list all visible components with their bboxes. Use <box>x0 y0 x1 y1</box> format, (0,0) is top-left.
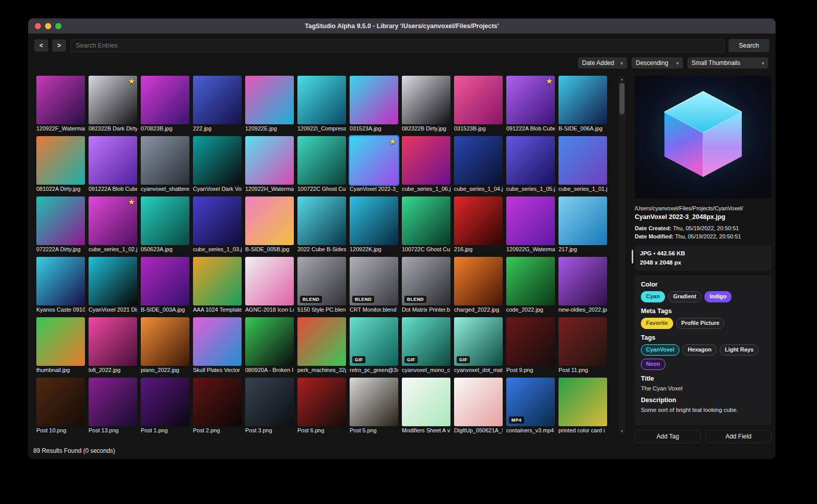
tag-pill[interactable]: CyanVoxel <box>641 344 679 356</box>
tag-pill[interactable]: Neon <box>641 359 665 370</box>
grid-item[interactable]: CyanVoxel Dark Vox <box>193 136 242 193</box>
grid-item[interactable]: BLENDDot Matrix Printer.b <box>402 257 450 314</box>
thumbnail[interactable]: ★ <box>506 76 555 124</box>
thumbnail[interactable] <box>506 317 555 366</box>
grid-item[interactable]: ★082322B Dark Dirty <box>89 76 137 133</box>
grid-item[interactable]: 222.jpg <box>193 76 242 133</box>
grid-item[interactable]: cube_series_1_04.j <box>454 136 503 193</box>
grid-item[interactable]: GIFretro_pc_green@3x <box>350 317 398 374</box>
thumbnail[interactable]: MP4 <box>506 378 555 426</box>
thumbnail[interactable] <box>193 136 242 185</box>
thumbnail[interactable]: BLEND <box>297 257 346 305</box>
grid-item[interactable]: 217.jpg <box>558 196 607 253</box>
thumbnail[interactable]: GIF <box>454 317 503 366</box>
preview-image[interactable] <box>635 76 771 199</box>
scroll-down-icon[interactable]: ▼ <box>620 428 624 434</box>
grid-item[interactable]: cube_series_1_01.j <box>558 136 607 193</box>
grid-item[interactable]: ★cube_series_1_02.j <box>89 196 137 253</box>
thumbnail[interactable] <box>402 378 450 426</box>
scrollbar-thumb[interactable] <box>619 83 625 115</box>
thumbnail[interactable] <box>402 136 450 185</box>
grid-item[interactable]: 072222A Dirty.jpg <box>36 196 85 253</box>
forward-button[interactable]: > <box>52 39 66 52</box>
thumbnail[interactable] <box>454 257 503 305</box>
grid-item[interactable]: 120922K.jpg <box>350 196 398 253</box>
zoom-button[interactable] <box>55 23 61 29</box>
thumbnail[interactable] <box>141 378 189 426</box>
tag-pill[interactable]: Profile Picture <box>676 318 725 329</box>
grid-item[interactable]: Post 6.png <box>297 378 346 434</box>
grid-item[interactable]: Post 2.png <box>193 378 242 434</box>
grid-item[interactable]: 120922G_Watermar <box>506 196 555 253</box>
thumbnail[interactable] <box>36 317 85 366</box>
grid-item[interactable]: lofi_2022.jpg <box>89 317 137 374</box>
thumbnail[interactable] <box>350 378 398 426</box>
grid-item[interactable]: 2022 Cube B-Sides <box>297 196 346 253</box>
grid-item[interactable]: DigItUp_050621A_S <box>454 378 503 434</box>
tag-pill[interactable]: Indigo <box>704 291 732 302</box>
add-field-button[interactable]: Add Field <box>705 430 771 443</box>
grid-item[interactable]: B-SIDE_006A.jpg <box>558 76 607 133</box>
thumbnail[interactable] <box>454 196 503 245</box>
grid-item[interactable]: AAA 1024 Template <box>193 257 242 314</box>
thumbnail[interactable]: BLEND <box>402 257 450 305</box>
thumbnail[interactable] <box>36 196 85 245</box>
grid-item[interactable]: Skull Plates Vector <box>193 317 242 374</box>
grid-item[interactable]: 080920A - Broken I <box>245 317 294 374</box>
thumbnail[interactable] <box>245 76 294 124</box>
thumbnail[interactable] <box>141 257 189 305</box>
sort-field-dropdown[interactable]: Date Added ▾ <box>578 57 627 69</box>
thumbnail[interactable] <box>141 196 189 245</box>
thumbnail[interactable] <box>36 378 85 426</box>
thumbnail[interactable] <box>193 257 242 305</box>
panel-resize-handle[interactable]: ······ <box>635 199 771 205</box>
thumbnail[interactable] <box>506 196 555 245</box>
thumbnail[interactable] <box>245 136 294 185</box>
grid-item[interactable]: B-SIDE_005B.jpg <box>245 196 294 253</box>
grid-item[interactable]: BLEND5150 Style PC.blend <box>297 257 346 314</box>
grid-item[interactable]: 031523A.jpg <box>350 76 398 133</box>
grid-item[interactable]: Post 13.png <box>89 378 137 434</box>
thumbnail[interactable] <box>89 136 137 185</box>
grid-item[interactable]: GIFcyanvoxel_dot_mat <box>454 317 503 374</box>
tag-pill[interactable]: Gradient <box>668 291 701 302</box>
grid-item[interactable]: thumbnail.jpg <box>36 317 85 374</box>
grid-item[interactable]: 091222A Blob Cube <box>89 136 137 193</box>
thumbnail[interactable] <box>89 378 137 426</box>
thumbnail[interactable] <box>558 196 607 245</box>
close-button[interactable] <box>35 23 41 29</box>
thumbnail[interactable]: BLEND <box>350 257 398 305</box>
grid-item[interactable]: AGNC-2018 Icon Lo <box>245 257 294 314</box>
thumbnail[interactable] <box>454 136 503 185</box>
grid-item[interactable]: 216.jpg <box>454 196 503 253</box>
thumbnail[interactable] <box>193 378 242 426</box>
grid-item[interactable]: 031523B.jpg <box>454 76 503 133</box>
thumbnail[interactable]: ★ <box>350 136 398 185</box>
thumbnail[interactable] <box>506 136 555 185</box>
thumbnail[interactable] <box>350 76 398 124</box>
grid-item[interactable]: 120922E.jpg <box>245 76 294 133</box>
back-button[interactable]: < <box>34 39 48 52</box>
thumbnail[interactable] <box>402 76 450 124</box>
grid-item[interactable]: 082322B Dirty.jpg <box>402 76 450 133</box>
titlebar[interactable]: TagStudio Alpha 9.5.0 - Library '/Users/… <box>28 18 776 34</box>
grid-item[interactable]: 050623A.jpg <box>141 196 189 253</box>
grid-item[interactable]: 120922I_Compressed <box>297 76 346 133</box>
tag-pill[interactable]: Favorite <box>641 318 673 329</box>
grid-scrollbar[interactable]: ▲ ▼ <box>618 76 626 434</box>
thumbnail[interactable]: GIF <box>402 317 450 366</box>
grid-item[interactable]: 070823B.jpg <box>141 76 189 133</box>
panel-scrollbar-thumb[interactable] <box>632 250 633 264</box>
grid-item[interactable]: B-SIDE_003A.jpg <box>141 257 189 314</box>
thumbnail[interactable] <box>297 196 346 245</box>
thumbnail[interactable] <box>245 257 294 305</box>
grid-item[interactable]: piano_2022.jpg <box>141 317 189 374</box>
grid-item[interactable]: Post 3.png <box>245 378 294 434</box>
grid-item[interactable]: CyanVoxel 2021 Dis <box>89 257 137 314</box>
thumbnail[interactable] <box>297 136 346 185</box>
grid-item[interactable]: cyanvoxel_shattered <box>141 136 189 193</box>
thumbnail[interactable] <box>350 196 398 245</box>
grid-item[interactable]: MP4containers_v3.mp4 <box>506 378 555 434</box>
thumbnail[interactable] <box>558 378 607 426</box>
thumbnail[interactable] <box>245 317 294 366</box>
